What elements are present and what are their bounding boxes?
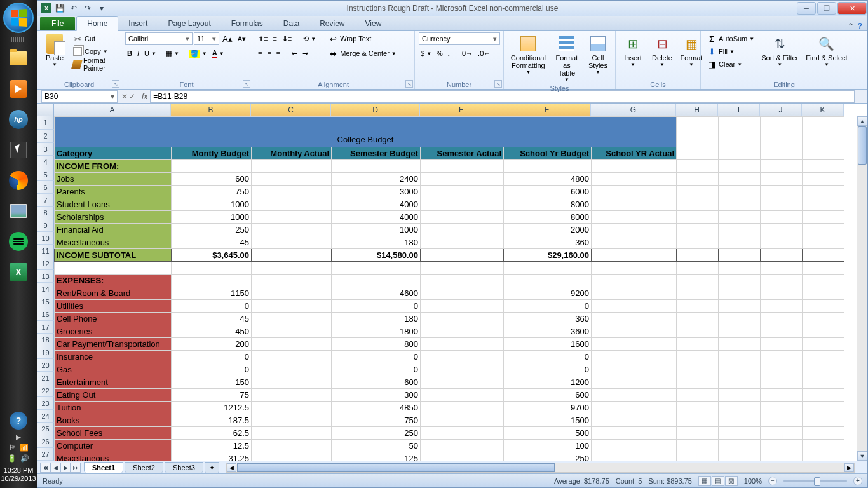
cell-F11[interactable]: $29,160.00: [504, 249, 592, 262]
cell-E15[interactable]: [421, 300, 504, 313]
cell-E13[interactable]: [421, 274, 504, 287]
col-header-F[interactable]: F: [503, 104, 591, 116]
align-center-icon[interactable]: ≡: [265, 47, 273, 60]
cell-C9[interactable]: [252, 224, 332, 236]
align-bottom-icon[interactable]: ⬇≡: [280, 32, 294, 45]
cell-C5[interactable]: [252, 173, 332, 186]
merge-center-button[interactable]: ⬌Merge & Center ▼: [326, 47, 398, 60]
cell-D13[interactable]: [332, 274, 421, 287]
cell-C25[interactable]: [252, 427, 332, 440]
cell-E17[interactable]: [421, 325, 504, 338]
cell-F23[interactable]: 9700: [504, 402, 592, 414]
cell-G10[interactable]: [592, 236, 677, 249]
system-tray[interactable]: 🏳📶: [9, 444, 29, 452]
cell-D15[interactable]: 0: [332, 300, 421, 313]
col-header-K[interactable]: K: [802, 104, 844, 116]
fill-color-button[interactable]: 🪣▼: [187, 47, 209, 60]
pictures-icon[interactable]: [4, 197, 32, 225]
zoom-out-icon[interactable]: −: [768, 477, 777, 485]
maximize-button[interactable]: ❐: [817, 2, 836, 15]
format-as-table-button[interactable]: Format as Table▼: [552, 32, 582, 84]
cell-B7[interactable]: 1000: [172, 198, 252, 211]
borders-button[interactable]: ▦ ▼: [164, 47, 181, 60]
header-F[interactable]: School Yr Budget: [504, 147, 592, 160]
cell-E8[interactable]: [421, 211, 504, 224]
row-header-19[interactable]: 19: [37, 346, 54, 359]
cell-A11[interactable]: INCOME SUBTOTAL: [55, 249, 172, 262]
cell-E7[interactable]: [421, 198, 504, 211]
cell-A14[interactable]: Rent/Room & Board: [55, 287, 172, 300]
cell-B5[interactable]: 600: [172, 173, 252, 186]
cut-button[interactable]: ✂Cut: [71, 32, 117, 45]
cell-F19[interactable]: 0: [504, 351, 592, 363]
cell-C12[interactable]: [252, 262, 332, 274]
row-header-26[interactable]: 26: [37, 435, 54, 448]
data-tab[interactable]: Data: [273, 17, 309, 30]
touch-pointer-icon[interactable]: [4, 136, 32, 164]
cell-B8[interactable]: 1000: [172, 211, 252, 224]
header-D[interactable]: Semester Budget: [332, 147, 421, 160]
cell-F25[interactable]: 500: [504, 427, 592, 440]
view-tab[interactable]: View: [355, 17, 392, 30]
clipboard-launcher-icon[interactable]: ⤡: [112, 80, 119, 88]
cell-E19[interactable]: [421, 351, 504, 363]
row-header-1[interactable]: 1: [37, 116, 54, 130]
cell-G17[interactable]: [592, 325, 677, 338]
cell-B16[interactable]: 45: [172, 313, 252, 325]
insert-tab[interactable]: Insert: [118, 17, 158, 30]
row-header-13[interactable]: 13: [37, 270, 54, 283]
cell-D8[interactable]: 4000: [332, 211, 421, 224]
cell-D5[interactable]: 2400: [332, 173, 421, 186]
cell-D23[interactable]: 4850: [332, 402, 421, 414]
font-color-button[interactable]: A▼: [210, 47, 226, 60]
cell-B24[interactable]: 187.5: [172, 414, 252, 427]
cell-C8[interactable]: [252, 211, 332, 224]
cell-G24[interactable]: [592, 414, 677, 427]
page-layout-view-icon[interactable]: ▤: [712, 476, 724, 486]
cell-A19[interactable]: Insurance: [55, 351, 172, 363]
cell-A12[interactable]: [55, 262, 172, 274]
col-header-G[interactable]: G: [591, 104, 676, 116]
cell-B18[interactable]: 200: [172, 338, 252, 351]
fx-icon[interactable]: fx: [139, 92, 150, 101]
cell-D25[interactable]: 250: [332, 427, 421, 440]
cell-A17[interactable]: Groceries: [55, 325, 172, 338]
sheet-last-icon[interactable]: ⏭: [71, 463, 81, 473]
row-header-8[interactable]: 8: [37, 207, 54, 219]
cell-E23[interactable]: [421, 402, 504, 414]
zoom-level[interactable]: 100%: [744, 477, 762, 485]
orientation-icon[interactable]: ⟲ ▼: [301, 32, 318, 45]
align-top-icon[interactable]: ⬆≡: [256, 32, 269, 45]
cell-B17[interactable]: 450: [172, 325, 252, 338]
cell-E26[interactable]: [421, 440, 504, 452]
row-header-22[interactable]: 22: [37, 384, 54, 397]
help-icon[interactable]: ?: [4, 410, 32, 431]
cell-B23[interactable]: 1212.5: [172, 402, 252, 414]
row-header-5[interactable]: 5: [37, 168, 54, 181]
cell-A27[interactable]: Miscellaneous: [55, 452, 172, 461]
cell-C14[interactable]: [252, 287, 332, 300]
cell-B13[interactable]: [172, 274, 252, 287]
row-header-20[interactable]: 20: [37, 359, 54, 372]
cell-B19[interactable]: 0: [172, 351, 252, 363]
cell-G4[interactable]: [592, 160, 677, 173]
underline-button[interactable]: U ▼: [142, 47, 158, 60]
cell-B14[interactable]: 1150: [172, 287, 252, 300]
cell-D19[interactable]: 0: [332, 351, 421, 363]
tray-expand-icon[interactable]: ▸: [12, 434, 25, 440]
cell-D12[interactable]: [332, 262, 421, 274]
cell-C10[interactable]: [252, 236, 332, 249]
cell-E20[interactable]: [421, 363, 504, 376]
cell-G14[interactable]: [592, 287, 677, 300]
cell-B22[interactable]: 75: [172, 389, 252, 402]
cell-D6[interactable]: 3000: [332, 186, 421, 198]
cancel-formula-icon[interactable]: ✕: [121, 92, 128, 101]
font-launcher-icon[interactable]: ⤡: [243, 80, 250, 88]
explorer-icon[interactable]: [4, 44, 32, 72]
increase-indent-icon[interactable]: ⇥: [301, 47, 310, 60]
clear-button[interactable]: ◨Clear ▼: [705, 58, 756, 71]
increase-decimal-icon[interactable]: .0→: [458, 47, 475, 60]
row-header-23[interactable]: 23: [37, 397, 54, 410]
sheet-tab-3[interactable]: Sheet3: [165, 462, 203, 473]
cell-C7[interactable]: [252, 198, 332, 211]
